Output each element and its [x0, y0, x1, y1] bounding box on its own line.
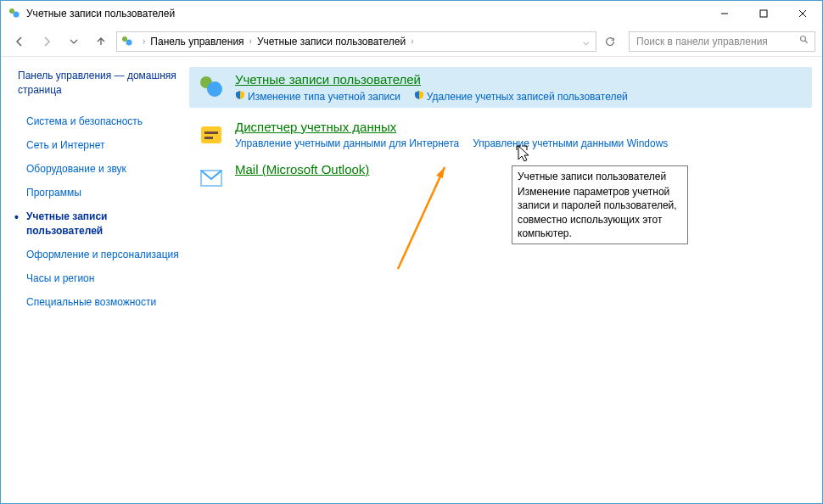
search-box[interactable] — [629, 31, 815, 52]
search-icon[interactable] — [799, 35, 809, 48]
category-link[interactable]: Изменение типа учетной записи — [235, 90, 400, 103]
breadcrumb-dropdown[interactable]: ⌵ — [579, 36, 592, 48]
link-label: Управление учетными данными Windows — [473, 137, 668, 149]
maximize-button[interactable] — [744, 1, 783, 26]
svg-rect-14 — [204, 137, 213, 139]
chevron-right-icon[interactable]: › — [244, 36, 257, 46]
svg-rect-3 — [760, 10, 767, 17]
shield-icon — [414, 90, 424, 103]
sidebar-nav: Система и безопасностьСеть и ИнтернетОбо… — [18, 109, 179, 315]
category-link[interactable]: Управление учетными данными Windows — [473, 137, 668, 149]
svg-line-9 — [805, 41, 808, 43]
link-label: Управление учетными данными для Интернет… — [235, 137, 459, 149]
up-button[interactable] — [89, 30, 113, 53]
tooltip-title: Учетные записи пользователей — [518, 170, 682, 183]
search-input[interactable] — [635, 34, 799, 49]
category-row: Диспетчер учетных данныхУправление учетн… — [196, 120, 805, 150]
category-title-link[interactable]: Диспетчер учетных данных — [235, 120, 396, 134]
category-icon — [196, 120, 227, 150]
category-links: Изменение типа учетной записиУдаление уч… — [235, 90, 805, 103]
category-link[interactable]: Управление учетными данными для Интернет… — [235, 137, 459, 149]
content-area: Панель управления — домашняя страница Си… — [1, 57, 822, 503]
titlebar: Учетные записи пользователей — [1, 1, 822, 26]
category-icon — [196, 72, 227, 103]
sidebar-item[interactable]: Оборудование и звук — [18, 157, 179, 181]
crumb-root[interactable]: Панель управления — [150, 36, 244, 48]
crumb-current[interactable]: Учетные записи пользователей — [257, 36, 406, 48]
window-title: Учетные записи пользователей — [26, 8, 705, 20]
svg-rect-12 — [201, 126, 221, 143]
shield-icon — [235, 90, 245, 103]
app-icon — [8, 7, 21, 20]
sidebar-item[interactable]: Специальные возможности — [18, 290, 179, 314]
sidebar-item[interactable]: Сеть и Интернет — [18, 133, 179, 157]
cursor-icon — [515, 144, 532, 165]
breadcrumb[interactable]: › Панель управления › Учетные записи пол… — [116, 31, 596, 52]
sidebar: Панель управления — домашняя страница Си… — [1, 57, 179, 503]
recent-dropdown[interactable] — [62, 30, 86, 53]
svg-rect-13 — [204, 132, 218, 134]
refresh-button[interactable] — [600, 31, 620, 52]
sidebar-item[interactable]: Учетные записи пользователей — [18, 204, 179, 242]
sidebar-item[interactable]: Программы — [18, 181, 179, 204]
sidebar-item[interactable]: Оформление и персонализация — [18, 243, 179, 266]
link-label: Изменение типа учетной записи — [248, 91, 400, 103]
close-button[interactable] — [783, 1, 822, 26]
category-title-link[interactable]: Учетные записи пользователей — [235, 72, 421, 87]
category-icon — [196, 162, 227, 193]
main-panel: Учетные записи пользователейИзменение ти… — [179, 57, 822, 503]
svg-point-11 — [207, 81, 222, 97]
chevron-right-icon[interactable]: › — [406, 36, 418, 46]
category-row: Mail (Microsoft Outlook) — [196, 162, 805, 193]
breadcrumb-icon — [120, 35, 134, 48]
svg-point-1 — [14, 12, 20, 18]
category-title-link[interactable]: Mail (Microsoft Outlook) — [235, 162, 369, 176]
sidebar-item[interactable]: Система и безопасность — [18, 109, 179, 133]
tooltip: Учетные записи пользователей Изменение п… — [512, 165, 688, 244]
control-panel-window: Учетные записи пользователей › Панель уп… — [0, 0, 823, 504]
chevron-right-icon[interactable]: › — [137, 36, 150, 46]
navigation-bar: › Панель управления › Учетные записи пол… — [1, 26, 822, 57]
sidebar-home-link[interactable]: Панель управления — домашняя страница — [18, 69, 179, 98]
sidebar-item[interactable]: Часы и регион — [18, 266, 179, 290]
minimize-button[interactable] — [705, 1, 744, 26]
category-body: Учетные записи пользователейИзменение ти… — [235, 72, 805, 103]
link-label: Удаление учетных записей пользователей — [427, 91, 628, 103]
svg-point-7 — [126, 39, 132, 45]
svg-point-8 — [801, 36, 806, 42]
forward-button[interactable] — [35, 30, 59, 53]
category-row: Учетные записи пользователейИзменение ти… — [189, 67, 812, 108]
category-link[interactable]: Удаление учетных записей пользователей — [414, 90, 628, 103]
back-button[interactable] — [8, 30, 31, 53]
tooltip-body: Изменение параметров учетной записи и па… — [518, 185, 682, 240]
